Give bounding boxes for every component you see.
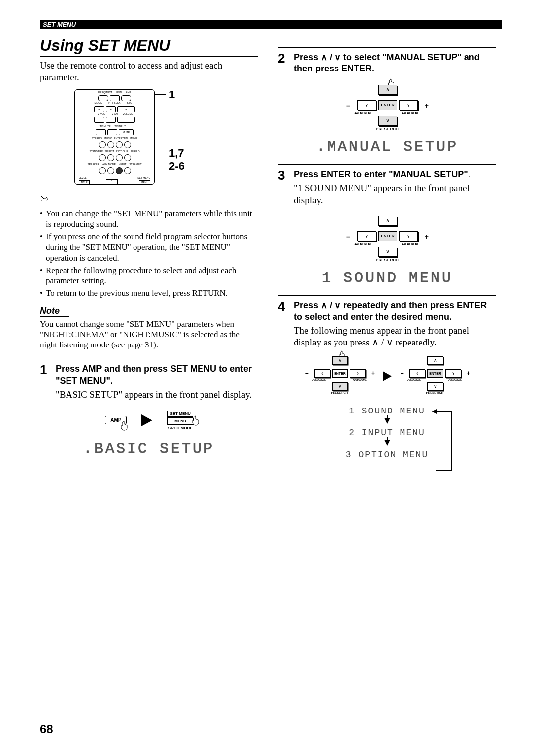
chevron-right-icon [357, 369, 359, 377]
step-4: 4 Press ∧ / ∨ repeatedly and then press … [278, 295, 496, 348]
chevron-up-icon [434, 358, 437, 363]
dpad-right [399, 100, 418, 110]
tip-item: You can change the "SET MENU" parameters… [40, 208, 258, 230]
chevron-left-icon [321, 369, 324, 377]
abcde-label: A/B/C/D/E [354, 111, 373, 115]
preset-label: PRESET/CH [398, 391, 472, 394]
abcde-label: A/B/C/D/E [402, 111, 420, 115]
dual-dpad-figure: ENTER – + A/B/C/D/E A/B/C/D/E PRESET/CH … [278, 356, 496, 396]
step-3: 3 Press ENTER to enter "MANUAL SETUP". "… [278, 164, 496, 206]
flow-item: 3 OPTION MENU [318, 450, 457, 460]
dpad-enter: ENTER [378, 100, 397, 110]
header-section: SET MENU [43, 21, 76, 28]
flow-item: 2 INPUT MENU [318, 428, 457, 438]
preset-label: PRESET/CH [342, 127, 432, 131]
dpad-small: ENTER – + A/B/C/D/E A/B/C/D/E PRESET/CH [302, 356, 377, 396]
chevron-left-icon [366, 101, 368, 109]
setmenu-label: SET MENU [167, 411, 193, 417]
minus-label: – [346, 102, 350, 110]
header-bar: SET MENU [40, 20, 502, 29]
minus-label: – [346, 233, 350, 241]
preset-label: PRESET/CH [302, 391, 377, 394]
arrow-left-icon [432, 409, 437, 414]
note-body: You cannot change some "SET MENU" parame… [40, 319, 258, 350]
chevron-down-icon [386, 117, 390, 124]
dpad-up [378, 85, 397, 95]
arrow-right-icon [141, 414, 152, 426]
plus-label: + [425, 102, 429, 110]
menu-flow: 1 SOUND MENU 2 INPUT MENU 3 OPTION MENU [318, 406, 457, 460]
dpad-left [409, 369, 425, 378]
dpad-figure: ENTER – + A/B/C/D/E A/B/C/D/E PRESET/CH [342, 85, 432, 130]
chevron-down-icon [386, 248, 390, 255]
preset-label: PRESET/CH [342, 258, 432, 262]
minus-label: – [305, 370, 309, 377]
step-number: 3 [278, 169, 294, 206]
plus-label: + [467, 370, 470, 377]
tips-icon [40, 195, 50, 205]
srch-label: SRCH MODE [167, 426, 193, 430]
hand-icon [119, 420, 130, 433]
arrow-down-icon [384, 440, 390, 446]
dpad-small: ENTER – + A/B/C/D/E A/B/C/D/E PRESET/CH [398, 356, 472, 396]
step-instruction: Press ENTER to enter "MANUAL SETUP". [294, 169, 496, 180]
dpad-up [427, 356, 443, 365]
dpad-down [378, 247, 397, 257]
tip-item: If you press one of the sound field prog… [40, 231, 258, 263]
callout-3: 2-6 [169, 160, 185, 173]
chevron-up-icon [338, 358, 342, 363]
chevron-down-icon [338, 384, 342, 389]
arrow-right-icon [383, 371, 392, 381]
step-instruction: Press AMP and then press SET MENU to ent… [56, 363, 258, 387]
dpad-enter: ENTER [332, 369, 348, 378]
note-label: Note [40, 306, 69, 317]
dpad-up [332, 356, 348, 365]
plus-label: + [371, 370, 375, 377]
step-result: "1 SOUND MENU" appears in the front pane… [294, 182, 496, 206]
dpad-down [332, 382, 348, 391]
svg-point-1 [41, 200, 42, 201]
tip-item: Repeat the following procedure to select… [40, 265, 258, 286]
dpad-enter: ENTER [378, 231, 397, 241]
left-column: Using SET MENU Use the remote control to… [40, 32, 258, 466]
chevron-right-icon [407, 232, 410, 240]
chevron-right-icon [407, 101, 410, 109]
callout-2: 1,7 [169, 147, 184, 160]
step-result: "BASIC SETUP" appears in the front panel… [56, 389, 258, 401]
hand-icon [190, 415, 201, 428]
step-instruction: Press ∧ / ∨ repeatedly and then press EN… [294, 300, 496, 323]
page-title: Using SET MENU [40, 36, 258, 57]
remote-outline: FREQ/TEXT EON AMP MODE —— PTY SEEK —— ST… [74, 89, 155, 185]
chevron-left-icon [366, 232, 368, 240]
abcde-label: A/B/C/D/E [448, 378, 462, 381]
dpad-right [445, 369, 461, 378]
dpad-down [378, 116, 397, 126]
dpad-left [357, 100, 376, 110]
tips-list: You can change the "SET MENU" parameters… [40, 208, 258, 299]
amp-figure: AMP SET MENU MENU SRCH MODE [40, 411, 258, 430]
chevron-up-icon [386, 217, 390, 224]
chevron-down-icon [434, 384, 437, 389]
abcde-label: A/B/C/D/E [353, 378, 367, 381]
dpad-left [357, 231, 376, 241]
minus-label: – [401, 370, 404, 377]
dpad-left [314, 369, 330, 378]
right-column: 2 Press ∧ / ∨ to select "MANUAL SETUP" a… [278, 32, 496, 466]
chevron-left-icon [416, 369, 419, 377]
abcde-label: A/B/C/D/E [407, 378, 421, 381]
abcde-label: A/B/C/D/E [402, 242, 420, 246]
tip-item: To return to the previous menu level, pr… [40, 288, 258, 298]
arrow-down-icon [384, 418, 390, 424]
remote-figure: FREQ/TEXT EON AMP MODE —— PTY SEEK —— ST… [65, 89, 233, 189]
lcd-sound-menu: 1 SOUND MENU [278, 270, 496, 286]
chevron-right-icon [452, 369, 455, 377]
dpad-down [427, 382, 443, 391]
dpad-enter: ENTER [427, 369, 443, 378]
svg-point-0 [41, 196, 42, 197]
lcd-basic-setup: .BASIC SETUP [40, 440, 258, 457]
menu-button-graphic: MENU [167, 417, 193, 425]
step-instruction: Press ∧ / ∨ to select "MANUAL SETUP" and… [294, 52, 496, 75]
lcd-manual-setup: .MANUAL SETUP [278, 138, 496, 155]
step-result: The following menus appear in the front … [294, 325, 496, 348]
dpad-up [378, 216, 397, 226]
